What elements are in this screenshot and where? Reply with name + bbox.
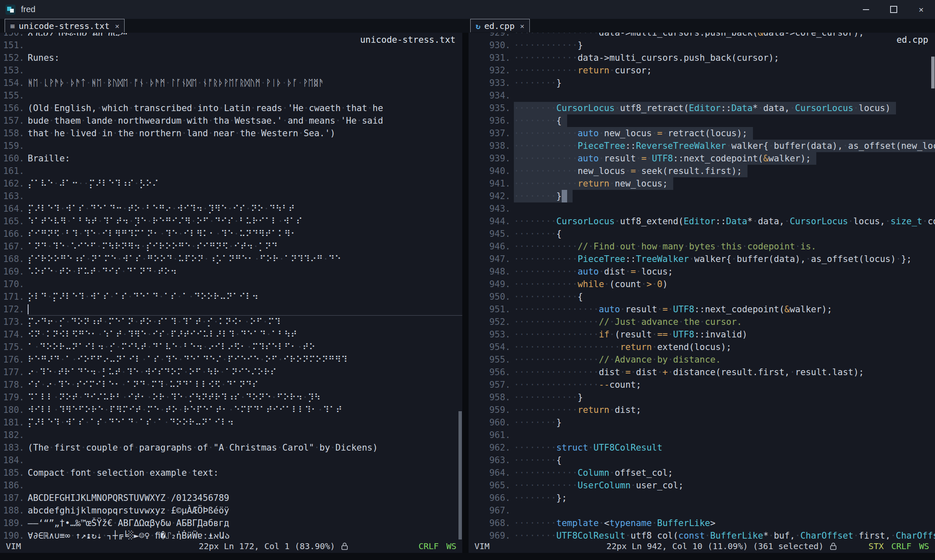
line-number[interactable]: 950. [469, 290, 510, 303]
line-number[interactable]: 181. [0, 416, 24, 429]
code-line[interactable]: 968.········template·<typename·BufferLik… [469, 517, 935, 529]
lock-icon[interactable] [830, 542, 837, 550]
line-number[interactable]: 156. [0, 102, 24, 114]
line-number[interactable]: 962. [469, 441, 510, 454]
line-content[interactable]: that·he·lived·in·the·northern·land·near·… [28, 127, 336, 140]
line-number[interactable]: 945. [469, 228, 510, 240]
line-content[interactable]: ⠁·⠙⠕⠕⠗⠤⠝⠁⠊⠇⠲·⡊·⠍⠊⠣⠞·⠙⠁⠧⠑·⠃⠑⠲·⠔⠊⠇⠔⠫⠂·⠍⠹⠎⠑… [28, 341, 315, 353]
line-content[interactable]: ⠗⠑⠛⠜⠙·⠁·⠊⠕⠋⠋⠔⠤⠝⠁⠊⠇·⠁⠎·⠹⠑·⠙⠑⠁⠙⠑⠌·⠏⠊⠑⠊⠑·⠕⠋… [28, 353, 348, 366]
line-number[interactable]: 937. [469, 127, 510, 140]
line-number[interactable]: 161. [0, 165, 24, 177]
line-number[interactable]: 189. [0, 517, 24, 529]
line-number[interactable]: 157. [0, 114, 24, 127]
line-number[interactable]: 182. [0, 429, 24, 441]
line-content[interactable]: –—‘“”„†•…‰™œŠŸž€·ΑΒΓΔΩαβγδω·АБВГДабвгд [28, 517, 229, 529]
code-line[interactable]: 944.········CursorLocus·utf8_extend(Edit… [469, 215, 935, 228]
line-number[interactable]: 167. [0, 240, 24, 253]
line-content[interactable]: ········} [514, 77, 562, 89]
line-number[interactable]: 954. [469, 341, 510, 353]
code-line[interactable]: 184. [0, 454, 462, 467]
code-line[interactable]: 954.····················return·extend(lo… [469, 341, 935, 353]
code-line[interactable]: 934. [469, 89, 935, 102]
line-number[interactable]: 961. [469, 429, 510, 441]
line-number[interactable]: 179. [0, 391, 24, 404]
code-line[interactable]: 180.⠺⠊⠇⠇·⠹⠻⠑⠋⠕⠗⠑·⠏⠻⠍⠊⠞·⠍⠑·⠞⠕·⠗⠑⠏⠑⠁⠞⠂·⠑⠍⠏… [0, 404, 462, 416]
line-number[interactable]: 158. [0, 127, 24, 140]
line-content[interactable]: ⠪⠝·⠅⠝⠪⠇⠫⠛⠑⠂·⠱⠁⠞·⠹⠻⠑·⠊⠎·⠏⠜⠞⠊⠊⠥⠇⠜⠇⠹·⠙⠑⠁⠙·⠁… [28, 328, 297, 341]
code-line[interactable]: 946.············//·Find·out·how·many·byt… [469, 240, 935, 253]
status-flag-crlf[interactable]: CRLF [891, 541, 912, 551]
line-number[interactable]: 935. [469, 102, 510, 114]
line-number[interactable]: 969. [469, 529, 510, 539]
status-flag-ws[interactable]: WS [919, 541, 929, 551]
line-number[interactable]: 185. [0, 467, 24, 479]
code-line[interactable]: 950.············{ [469, 290, 935, 303]
line-content[interactable]: ················data->multi_cursors.push… [514, 33, 864, 39]
line-content[interactable]: ⠊⠎·⠔·⠹⠑·⠎⠊⠍⠊⠇⠑⠂·⠁⠝⠙·⠍⠹·⠥⠝⠙⠁⠇⠇⠪⠫·⠙⠁⠝⠙⠎ [28, 379, 258, 391]
line-number[interactable]: 175. [0, 341, 24, 353]
line-number[interactable]: 933. [469, 77, 510, 89]
line-number[interactable]: 170. [0, 278, 24, 290]
line-number[interactable]: 951. [469, 303, 510, 316]
line-number[interactable]: 967. [469, 504, 510, 517]
line-content[interactable]: ················dist·=·dist·+·distance(r… [514, 366, 864, 379]
line-number[interactable]: 155. [0, 89, 24, 102]
code-line[interactable]: 966.········}; [469, 492, 935, 504]
line-content[interactable]: ········UTF8ColResult·utf8_col(const·Buf… [514, 529, 935, 539]
line-content[interactable]: ················//·Advance·by·distance. [514, 353, 721, 366]
code-line[interactable]: 939.············auto·result·=·UTF8::next… [469, 152, 935, 165]
line-content[interactable]: ⠩⠁⠇⠇·⠝⠕⠞·⠙⠊⠌⠥⠗⠃·⠊⠞⠂·⠕⠗·⠹⠑·⡊⠳⠝⠞⠗⠹⠰⠎·⠙⠕⠝⠑·… [28, 391, 320, 404]
code-line[interactable]: 153. [0, 64, 462, 77]
code-line[interactable]: 943. [469, 202, 935, 215]
line-number[interactable]: 956. [469, 366, 510, 379]
line-number[interactable]: 160. [0, 152, 24, 165]
line-number[interactable]: 166. [0, 228, 24, 240]
code-line[interactable]: 167.⠁⠝⠙·⠹⠑·⠡⠊⠑⠋·⠍⠳⠗⠝⠻⠲·⡎⠊⠗⠕⠕⠛⠑·⠎⠊⠛⠝⠫·⠊⠞⠲… [0, 240, 462, 253]
line-content[interactable]: ∀∂∈ℝ∧∪≡∞·↑↗↨↻⇣·┐┼╔╘░►☺♀·ﬁ�⑀₂ἠḂӥẄɐː⍎אԱა [28, 529, 230, 539]
code-area[interactable]: 929.················data->multi_cursors.… [469, 33, 935, 539]
line-content[interactable]: ············while·(count·>·0) [514, 278, 668, 290]
code-line[interactable]: 179.⠩⠁⠇⠇·⠝⠕⠞·⠙⠊⠌⠥⠗⠃·⠊⠞⠂·⠕⠗·⠹⠑·⡊⠳⠝⠞⠗⠹⠰⠎·⠙… [0, 391, 462, 404]
line-content[interactable]: ············{ [514, 290, 583, 303]
code-line[interactable]: 965.············UserColumn·user_col; [469, 479, 935, 492]
code-line[interactable]: 175.⠁·⠙⠕⠕⠗⠤⠝⠁⠊⠇⠲·⡊·⠍⠊⠣⠞·⠙⠁⠧⠑·⠃⠑⠲·⠔⠊⠇⠔⠫⠂·… [0, 341, 462, 353]
code-line[interactable]: 162.⡌⠁⠧⠑·⠼⠁⠒··⡍⠜⠇⠑⠹⠰⠎·⡣⠕⠌ [0, 177, 462, 190]
code-line[interactable]: 186. [0, 479, 462, 492]
line-number[interactable]: 168. [0, 253, 24, 265]
line-content[interactable]: ········}; [514, 492, 567, 504]
code-line[interactable]: 176.⠗⠑⠛⠜⠙·⠁·⠊⠕⠋⠋⠔⠤⠝⠁⠊⠇·⠁⠎·⠹⠑·⠙⠑⠁⠙⠑⠌·⠏⠊⠑⠊… [0, 353, 462, 366]
code-line[interactable]: 159. [0, 140, 462, 152]
code-line[interactable]: 959.············return·dist; [469, 404, 935, 416]
line-content[interactable]: ABCDEFGHIJKLMNOPQRSTUVWXYZ·/0123456789 [28, 492, 229, 504]
line-content[interactable]: ········struct·UTF8ColResult [514, 441, 662, 454]
line-number[interactable]: 173. [0, 316, 24, 328]
line-content[interactable]: ················//·Just·advance·the·curs… [514, 316, 742, 328]
status-flag-stx[interactable]: STX [869, 541, 884, 551]
code-line[interactable]: 957.················--count; [469, 379, 935, 391]
line-content[interactable]: (Old·English,·which·transcribed·into·Lat… [28, 102, 383, 114]
line-number[interactable]: 162. [0, 177, 24, 190]
line-number[interactable]: 955. [469, 353, 510, 366]
line-content[interactable]: ········template·<typename·BufferLike> [514, 517, 716, 529]
code-line[interactable]: 158.that·he·lived·in·the·northern·land·n… [0, 127, 462, 140]
line-number[interactable]: 163. [0, 190, 24, 202]
line-content[interactable]: ········} [514, 190, 573, 202]
code-line[interactable]: 933.········} [469, 77, 935, 89]
code-line[interactable]: 969.········UTF8ColResult·utf8_col(const… [469, 529, 935, 539]
tab-ed-cpp[interactable]: ↻ ed.cpp ✕ [470, 19, 530, 32]
code-line[interactable]: 189.–—‘“”„†•…‰™œŠŸž€·ΑΒΓΔΩαβγδω·АБВГДабв… [0, 517, 462, 529]
status-flag-crlf[interactable]: CRLF [419, 541, 439, 551]
line-content[interactable]: ········CursorLocus·utf8_extend(Editor::… [514, 215, 935, 228]
line-number[interactable]: 171. [0, 290, 24, 303]
lock-icon[interactable] [341, 542, 348, 550]
cursor-position[interactable]: 22px Ln 172, Col 1 (83.90%) [199, 541, 335, 551]
line-content[interactable]: ⠡⠕⠎⠑·⠞⠕·⠏⠥⠞·⠙⠊⠎·⠙⠁⠝⠙·⠞⠕⠲ [28, 265, 177, 278]
code-line[interactable]: 187.ABCDEFGHIJKLMNOPQRSTUVWXYZ·/01234567… [0, 492, 462, 504]
code-line[interactable]: 942.········} [469, 190, 935, 202]
line-number[interactable]: 187. [0, 492, 24, 504]
line-content[interactable]: bude·thaem·lande·northweardum·with·tha·W… [28, 114, 383, 127]
line-content[interactable]: ············return·cursor; [514, 64, 652, 77]
line-number[interactable]: 177. [0, 366, 24, 379]
tab-close-icon[interactable]: ✕ [115, 22, 119, 30]
line-number[interactable]: 153. [0, 64, 24, 77]
